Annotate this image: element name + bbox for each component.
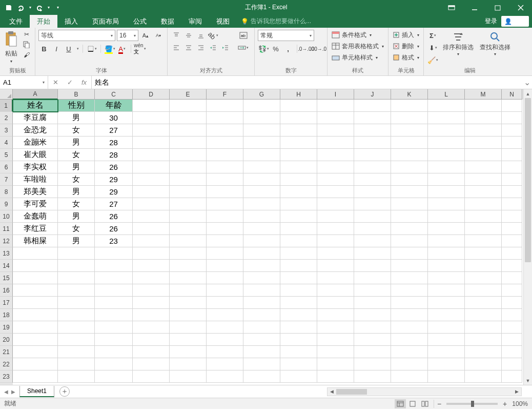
cell[interactable] [465, 198, 502, 210]
column-header[interactable]: K [391, 89, 428, 100]
cell[interactable] [133, 210, 170, 223]
cell[interactable]: 性别 [58, 100, 95, 112]
cell[interactable]: 男 [58, 136, 95, 149]
cell[interactable] [502, 149, 522, 161]
cell[interactable] [354, 198, 391, 210]
cell[interactable] [133, 186, 170, 198]
tab-data[interactable]: 数据 [154, 15, 181, 28]
cell[interactable] [243, 235, 280, 247]
cell[interactable] [58, 334, 95, 346]
cell[interactable] [243, 346, 280, 358]
cell[interactable]: 女 [58, 223, 95, 235]
cell[interactable] [243, 370, 280, 383]
scroll-up-button[interactable]: ▲ [524, 89, 532, 98]
row-header[interactable]: 15 [0, 272, 13, 284]
cell[interactable] [243, 223, 280, 235]
cell[interactable] [95, 309, 133, 321]
cell[interactable] [502, 161, 522, 173]
cell[interactable] [354, 186, 391, 198]
cell[interactable] [280, 247, 317, 260]
cell[interactable] [207, 334, 243, 346]
cell[interactable] [58, 370, 95, 383]
cell[interactable] [280, 284, 317, 297]
font-size-combo[interactable]: 16▾ [117, 30, 138, 41]
cell[interactable] [280, 346, 317, 358]
cell[interactable] [428, 112, 465, 124]
cell[interactable]: 29 [95, 186, 133, 198]
column-header[interactable]: G [243, 89, 280, 100]
select-all-button[interactable] [0, 89, 13, 100]
cell[interactable] [170, 136, 207, 149]
tab-formulas[interactable]: 公式 [126, 15, 154, 28]
cell[interactable] [391, 321, 428, 334]
formula-input[interactable] [92, 76, 522, 89]
underline-dropdown[interactable] [75, 43, 79, 54]
font-color-button[interactable]: A [116, 43, 128, 54]
cell[interactable] [280, 334, 317, 346]
cell[interactable] [207, 321, 243, 334]
cell[interactable] [207, 149, 243, 161]
cell[interactable] [428, 358, 465, 370]
tell-me-search[interactable]: 💡 告诉我您想要做什么... [241, 17, 311, 26]
cell[interactable] [502, 346, 522, 358]
format-painter-button[interactable]: 🖌 [22, 50, 32, 60]
cell[interactable] [243, 198, 280, 210]
cell[interactable] [391, 235, 428, 247]
cell[interactable] [465, 370, 502, 383]
column-header[interactable]: B [58, 89, 95, 100]
cell[interactable]: 27 [95, 124, 133, 136]
cell[interactable] [170, 260, 207, 272]
decrease-decimal-button[interactable]: .00→.0 [313, 43, 324, 54]
cell[interactable] [280, 321, 317, 334]
new-sheet-button[interactable]: ＋ [59, 386, 70, 397]
row-header[interactable]: 16 [0, 284, 13, 297]
increase-font-button[interactable]: A▴ [140, 30, 151, 41]
cell[interactable] [243, 284, 280, 297]
cell[interactable] [133, 321, 170, 334]
cell[interactable]: 28 [95, 149, 133, 161]
cell[interactable] [207, 124, 243, 136]
cell[interactable] [465, 186, 502, 198]
page-layout-view-button[interactable] [407, 399, 418, 408]
cell[interactable] [170, 210, 207, 223]
cell[interactable] [207, 272, 243, 284]
cell[interactable] [243, 272, 280, 284]
cell[interactable] [391, 272, 428, 284]
cell[interactable] [170, 358, 207, 370]
cell[interactable] [170, 272, 207, 284]
zoom-in-button[interactable]: + [503, 400, 507, 408]
cell[interactable] [354, 309, 391, 321]
row-header[interactable]: 6 [0, 161, 13, 173]
cell[interactable] [428, 124, 465, 136]
qat-customize[interactable]: ▾ [52, 2, 64, 13]
cell[interactable] [133, 136, 170, 149]
cell[interactable] [133, 198, 170, 210]
sheet-next-button[interactable]: ▶ [11, 389, 15, 395]
cell[interactable] [391, 260, 428, 272]
cell[interactable] [317, 284, 354, 297]
cell[interactable] [58, 309, 95, 321]
cell[interactable] [58, 272, 95, 284]
cell[interactable] [280, 100, 317, 112]
cell[interactable] [465, 334, 502, 346]
column-header[interactable]: I [317, 89, 354, 100]
cell[interactable] [317, 124, 354, 136]
cell[interactable] [133, 112, 170, 124]
cell[interactable] [133, 334, 170, 346]
column-header[interactable]: N [502, 89, 522, 100]
column-header[interactable]: M [465, 89, 502, 100]
cell[interactable]: 28 [95, 136, 133, 149]
cell[interactable]: 27 [95, 198, 133, 210]
cell[interactable] [95, 321, 133, 334]
cell[interactable] [13, 370, 58, 383]
row-header[interactable]: 17 [0, 297, 13, 309]
column-header[interactable]: J [354, 89, 391, 100]
cell[interactable]: 女 [58, 124, 95, 136]
fill-button[interactable]: ⬇ [427, 42, 439, 53]
cell[interactable] [502, 223, 522, 235]
cell[interactable] [465, 309, 502, 321]
cell[interactable] [354, 112, 391, 124]
undo-dropdown[interactable]: ▾ [28, 2, 33, 13]
cell[interactable]: 年龄 [95, 100, 133, 112]
cell[interactable]: 李实权 [13, 161, 58, 173]
